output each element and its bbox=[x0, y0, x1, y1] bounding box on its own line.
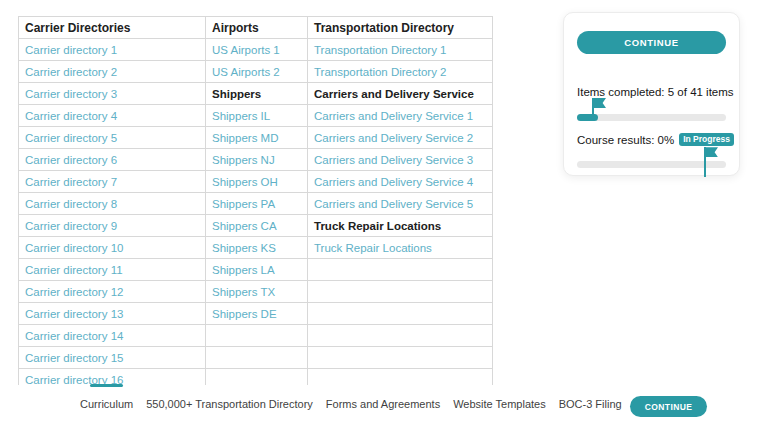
table-link[interactable]: Carrier directory 10 bbox=[19, 237, 206, 259]
table-link[interactable]: Shippers CA bbox=[206, 215, 308, 237]
items-progress-bar bbox=[577, 114, 726, 121]
table-section-header: Carriers and Delivery Service bbox=[308, 83, 493, 105]
table-link[interactable]: Shippers TX bbox=[206, 281, 308, 303]
column-header: Airports bbox=[206, 17, 308, 39]
table-empty-cell bbox=[308, 347, 493, 369]
table-link[interactable]: Carrier directory 15 bbox=[19, 347, 206, 369]
table-link[interactable]: Carrier directory 5 bbox=[19, 127, 206, 149]
table-row: Carrier directory 14 bbox=[19, 325, 493, 347]
table-link[interactable]: Shippers IL bbox=[206, 105, 308, 127]
table-link[interactable]: Carrier directory 1 bbox=[19, 39, 206, 61]
table-link[interactable]: Carrier directory 4 bbox=[19, 105, 206, 127]
course-flag-icon bbox=[704, 147, 720, 177]
table-empty-cell bbox=[206, 369, 308, 386]
table-row: Carrier directory 13Shippers DE bbox=[19, 303, 493, 325]
table-empty-cell bbox=[308, 281, 493, 303]
directory-table: Carrier DirectoriesAirportsTransportatio… bbox=[18, 16, 493, 385]
column-header: Transportation Directory bbox=[308, 17, 493, 39]
status-badge: In Progress bbox=[679, 133, 734, 146]
table-link[interactable]: Carrier directory 2 bbox=[19, 61, 206, 83]
horizontal-scrollbar-thumb[interactable] bbox=[90, 384, 123, 387]
table-link[interactable]: Truck Repair Locations bbox=[308, 237, 493, 259]
table-row: Carrier directory 8Shippers PACarriers a… bbox=[19, 193, 493, 215]
items-completed-label: Items completed: 5 of 41 items bbox=[577, 86, 726, 98]
table-link[interactable]: Carriers and Delivery Service 1 bbox=[308, 105, 493, 127]
table-link[interactable]: Shippers KS bbox=[206, 237, 308, 259]
directory-table-container[interactable]: Carrier DirectoriesAirportsTransportatio… bbox=[18, 16, 494, 385]
footer-link[interactable]: BOC-3 Filing bbox=[559, 398, 622, 410]
table-row: Carrier directory 9Shippers CATruck Repa… bbox=[19, 215, 493, 237]
table-empty-cell bbox=[308, 303, 493, 325]
table-section-header: Truck Repair Locations bbox=[308, 215, 493, 237]
table-empty-cell bbox=[308, 369, 493, 386]
table-link[interactable]: US Airports 2 bbox=[206, 61, 308, 83]
table-link[interactable]: Shippers OH bbox=[206, 171, 308, 193]
progress-card: CONTINUE Items completed: 5 of 41 items … bbox=[563, 12, 740, 176]
table-link[interactable]: Carrier directory 9 bbox=[19, 215, 206, 237]
table-link[interactable]: Carrier directory 12 bbox=[19, 281, 206, 303]
table-link[interactable]: Carriers and Delivery Service 5 bbox=[308, 193, 493, 215]
table-link[interactable]: Transportation Directory 1 bbox=[308, 39, 493, 61]
footer-link[interactable]: Website Templates bbox=[453, 398, 546, 410]
table-link[interactable]: Transportation Directory 2 bbox=[308, 61, 493, 83]
table-link[interactable]: Shippers LA bbox=[206, 259, 308, 281]
directory-table-head: Carrier DirectoriesAirportsTransportatio… bbox=[19, 17, 493, 39]
directory-table-body: Carrier directory 1US Airports 1Transpor… bbox=[19, 39, 493, 386]
table-row: Carrier directory 10Shippers KSTruck Rep… bbox=[19, 237, 493, 259]
table-link[interactable]: Shippers PA bbox=[206, 193, 308, 215]
footer-link[interactable]: 550,000+ Transportation Directory bbox=[146, 398, 313, 410]
table-link[interactable]: Carrier directory 8 bbox=[19, 193, 206, 215]
table-link[interactable]: Carrier directory 6 bbox=[19, 149, 206, 171]
progress-flag-icon bbox=[592, 98, 608, 117]
table-link[interactable]: Carrier directory 13 bbox=[19, 303, 206, 325]
footer-link[interactable]: Curriculum bbox=[80, 398, 133, 410]
table-link[interactable]: Carriers and Delivery Service 4 bbox=[308, 171, 493, 193]
table-link[interactable]: Carrier directory 16 bbox=[19, 369, 206, 386]
footer-nav: Curriculum550,000+ Transportation Direct… bbox=[80, 398, 622, 410]
table-row: Carrier directory 16 bbox=[19, 369, 493, 386]
table-empty-cell bbox=[308, 325, 493, 347]
table-empty-cell bbox=[308, 259, 493, 281]
table-empty-cell bbox=[206, 325, 308, 347]
table-link[interactable]: Carriers and Delivery Service 2 bbox=[308, 127, 493, 149]
table-link[interactable]: Shippers DE bbox=[206, 303, 308, 325]
table-link[interactable]: Carrier directory 7 bbox=[19, 171, 206, 193]
continue-button[interactable]: CONTINUE bbox=[577, 31, 726, 54]
table-link[interactable]: Carriers and Delivery Service 3 bbox=[308, 149, 493, 171]
course-results-label: Course results: 0% bbox=[577, 134, 674, 146]
table-link[interactable]: Carrier directory 3 bbox=[19, 83, 206, 105]
table-empty-cell bbox=[206, 347, 308, 369]
table-row: Carrier directory 2US Airports 2Transpor… bbox=[19, 61, 493, 83]
table-link[interactable]: Carrier directory 14 bbox=[19, 325, 206, 347]
table-row: Carrier directory 1US Airports 1Transpor… bbox=[19, 39, 493, 61]
table-section-header: Shippers bbox=[206, 83, 308, 105]
table-row: Carrier directory 11Shippers LA bbox=[19, 259, 493, 281]
table-link[interactable]: Carrier directory 11 bbox=[19, 259, 206, 281]
table-row: Carrier directory 3ShippersCarriers and … bbox=[19, 83, 493, 105]
table-link[interactable]: Shippers MD bbox=[206, 127, 308, 149]
column-header: Carrier Directories bbox=[19, 17, 206, 39]
footer-continue-button[interactable]: CONTINUE bbox=[630, 396, 707, 417]
table-row: Carrier directory 15 bbox=[19, 347, 493, 369]
table-row: Carrier directory 4Shippers ILCarriers a… bbox=[19, 105, 493, 127]
footer-link[interactable]: Forms and Agreements bbox=[326, 398, 440, 410]
table-row: Carrier directory 12Shippers TX bbox=[19, 281, 493, 303]
course-progress-bar bbox=[577, 161, 726, 168]
table-link[interactable]: US Airports 1 bbox=[206, 39, 308, 61]
table-row: Carrier directory 6Shippers NJCarriers a… bbox=[19, 149, 493, 171]
table-link[interactable]: Shippers NJ bbox=[206, 149, 308, 171]
table-row: Carrier directory 5Shippers MDCarriers a… bbox=[19, 127, 493, 149]
table-row: Carrier directory 7Shippers OHCarriers a… bbox=[19, 171, 493, 193]
